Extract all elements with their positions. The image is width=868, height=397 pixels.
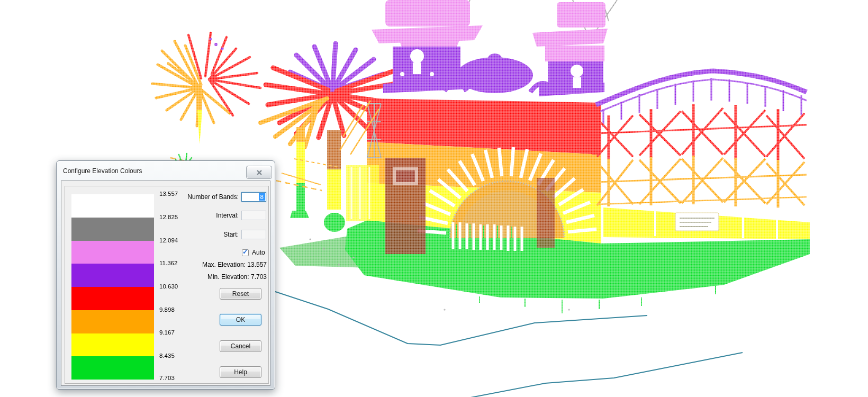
band-swatch	[71, 218, 154, 241]
elevation-label: 7.703	[159, 375, 175, 381]
dialog-client-area: 13.557 12.825 12.094 11.362 10.630 9.898…	[61, 181, 270, 386]
reset-button[interactable]: Reset	[220, 288, 261, 300]
elevation-colour-strip	[71, 194, 154, 380]
ok-button[interactable]: OK	[220, 314, 261, 326]
band-swatch	[71, 241, 154, 264]
elevation-label: 12.825	[159, 214, 178, 220]
close-icon	[256, 170, 263, 175]
tree-top-dots	[210, 38, 224, 50]
start-input[interactable]	[241, 230, 266, 239]
configure-elevation-colours-dialog: Configure Elevation Colours 13.557 12.82…	[56, 160, 275, 390]
rollercoaster: GREAT SCENIC RAILWAY	[592, 71, 810, 239]
elevation-label: 9.167	[159, 329, 175, 336]
number-of-bands-label: Number of Bands:	[187, 193, 239, 201]
check-icon: ✓	[242, 249, 248, 255]
close-button[interactable]	[246, 166, 272, 179]
right-pillar	[537, 178, 555, 248]
band-swatch	[71, 264, 154, 287]
elevation-panel: 13.557 12.825 12.094 11.362 10.630 9.898…	[65, 186, 269, 384]
breakline-curves	[267, 289, 743, 397]
auto-checkbox[interactable]: ✓	[242, 249, 249, 256]
elevation-label: 8.435	[159, 353, 175, 359]
elevation-label: 12.094	[159, 237, 178, 243]
elevation-label: 13.557	[159, 191, 178, 197]
auto-checkbox-label: Auto	[252, 249, 265, 256]
start-label: Start:	[223, 231, 239, 238]
max-elevation-readout: Max. Elevation: 13.557	[202, 261, 267, 268]
interval-input[interactable]	[241, 211, 266, 220]
band-swatch	[71, 333, 154, 357]
small-tree	[152, 33, 260, 144]
elevation-label: 11.362	[159, 260, 177, 266]
band-swatch	[71, 287, 154, 310]
elevation-label: 9.898	[159, 306, 175, 313]
interval-label: Interval:	[216, 212, 239, 219]
band-swatch	[71, 194, 154, 218]
number-of-bands-input[interactable]: 8	[241, 192, 266, 202]
min-elevation-readout: Min. Elevation: 7.703	[207, 273, 267, 281]
number-of-bands-value: 8	[259, 193, 265, 201]
help-button[interactable]: Help	[220, 366, 261, 378]
band-swatch	[71, 310, 154, 333]
cancel-button[interactable]: Cancel	[220, 340, 261, 352]
band-swatch	[71, 356, 154, 380]
dialog-title: Configure Elevation Colours	[63, 167, 142, 175]
elevation-label: 10.630	[159, 283, 178, 290]
